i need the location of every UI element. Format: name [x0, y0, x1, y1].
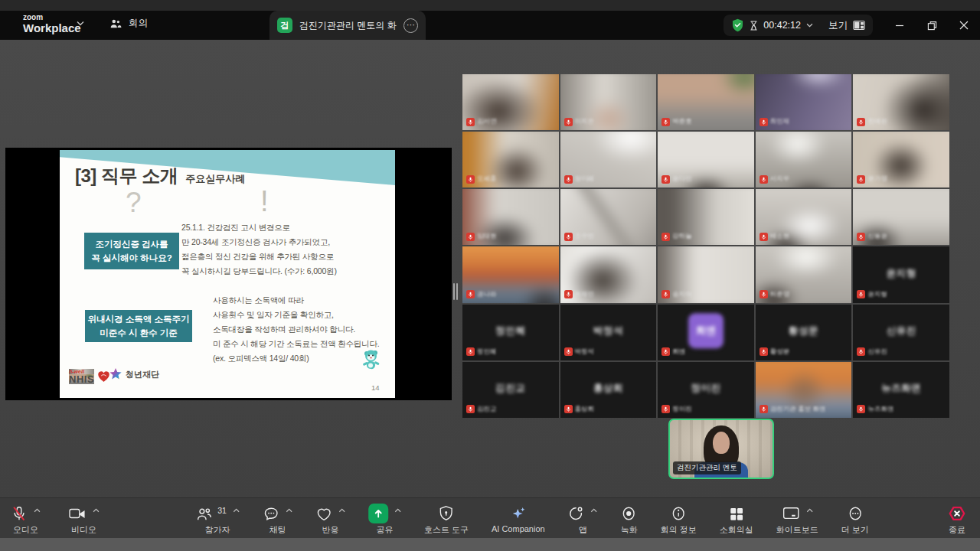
view-label: 보기 — [828, 19, 848, 32]
participant-tile[interactable]: 홍상희 홍상희 — [560, 362, 657, 418]
meeting-content-area: [3] 직무 소개 주요실무사례 ? ! 조기정신증 검사를 꼭 실시해야 하나… — [0, 40, 980, 497]
mic-muted-icon — [760, 405, 768, 413]
participant-tile[interactable]: 장미래 — [560, 132, 657, 187]
participant-tile[interactable]: 권나라 — [462, 246, 559, 302]
participant-tile[interactable]: 검진기관 홍보 화면 — [756, 362, 852, 418]
slide-subtitle: 주요실무사례 — [185, 172, 245, 186]
more-button[interactable]: 더 보기 — [841, 498, 869, 536]
timer-chevron-down-icon[interactable] — [806, 23, 813, 28]
participant-tile[interactable]: 이지은 — [560, 74, 657, 130]
exclamation-mark-icon: ! — [260, 185, 269, 218]
participant-tile[interactable]: 오세훈 — [462, 132, 559, 187]
participant-tile[interactable]: 뉴즈화면 뉴즈화면 — [853, 362, 949, 418]
participant-name-badge: 송지아 — [662, 290, 692, 299]
participant-tile[interactable]: 허준영 — [756, 246, 852, 302]
participant-tile[interactable]: 서지우 — [756, 132, 852, 187]
participant-tile[interactable]: 박정석 박정석 — [560, 305, 657, 360]
participant-tile[interactable]: 박준호 — [658, 74, 754, 130]
mic-muted-icon — [760, 347, 768, 356]
record-button[interactable]: 녹화 — [621, 498, 638, 536]
breakout-rooms-button[interactable]: 소회의실 — [720, 498, 753, 536]
apps-button[interactable]: 앱 — [568, 498, 598, 536]
share-screen-button[interactable]: 공유 — [368, 498, 401, 536]
whiteboard-chevron-up-icon[interactable] — [806, 508, 813, 513]
participant-tile[interactable]: 임태현 — [462, 189, 559, 245]
participant-tile[interactable]: 최민재 — [756, 74, 852, 130]
zoom-workplace-logo[interactable]: zoom Workplace — [23, 14, 81, 34]
end-meeting-button[interactable]: 종료 — [948, 498, 966, 536]
participant-name-badge: 박준호 — [662, 117, 692, 126]
video-chevron-up-icon[interactable] — [93, 508, 100, 513]
participant-tile[interactable]: 조수빈 — [560, 189, 657, 245]
participant-tile[interactable]: 윤지형 윤지형 — [853, 246, 949, 302]
slide-callout-1: 조기정신증 검사를 꼭 실시해야 하나요? — [84, 233, 179, 269]
brand-workplace: Workplace — [23, 22, 81, 34]
participant-tile[interactable]: 희엔 희엔 — [658, 305, 754, 360]
chat-button[interactable]: 채팅 — [263, 498, 292, 536]
participant-tile[interactable]: 신동윤 — [853, 189, 949, 245]
participant-tile[interactable]: 문가영 — [853, 132, 949, 187]
tab-shared-screen[interactable]: 검 검진기관관리 멘토의 화면 ⋯ — [270, 11, 426, 40]
participant-name-badge: 김진교 — [466, 405, 497, 414]
view-button[interactable]: 보기 — [828, 19, 865, 32]
participant-display-name: 정이진 — [658, 383, 754, 396]
zoom-titlebar: zoom Workplace 회의 검 검진기관관리 멘토의 화면 ⋯ — [0, 11, 980, 40]
meeting-info-button[interactable]: 회의 정보 — [661, 498, 697, 536]
tab-meetings[interactable]: 회의 — [109, 17, 148, 30]
participants-chevron-up-icon[interactable] — [233, 508, 240, 513]
participant-tile[interactable]: 배소현 — [756, 189, 852, 245]
participant-tile[interactable]: 한예린 — [853, 74, 949, 130]
star-logo-icon — [109, 367, 122, 381]
reactions-button[interactable]: 반응 — [315, 498, 345, 536]
selfview-tile[interactable]: 검진기관관리 멘토 — [668, 419, 774, 479]
participant-tile[interactable]: 강하늘 — [658, 189, 754, 245]
mic-muted-icon — [760, 233, 768, 241]
share-chevron-up-icon[interactable] — [394, 508, 401, 513]
participant-display-name: 정인혜 — [462, 324, 559, 337]
mic-muted-icon — [466, 233, 475, 241]
tab-title: 검진기관관리 멘토의 화면 — [299, 19, 397, 32]
participant-tile[interactable]: 김진교 김진교 — [462, 362, 559, 418]
participant-display-name: 김진교 — [462, 383, 559, 396]
video-button[interactable]: 비디오 — [68, 498, 100, 536]
meeting-toolbar: 오디오 비디오 31 참가자 — [0, 497, 980, 538]
participants-button[interactable]: 31 참가자 — [195, 498, 240, 536]
mic-muted-icon — [857, 118, 865, 126]
participant-name-badge: 서지우 — [760, 174, 790, 184]
whiteboard-button[interactable]: 화이트보드 — [776, 498, 818, 536]
apps-chevron-up-icon[interactable] — [591, 508, 598, 513]
chat-chevron-up-icon[interactable] — [286, 508, 292, 513]
window-close-button[interactable] — [948, 11, 980, 40]
window-restore-button[interactable] — [916, 11, 948, 40]
reactions-chevron-up-icon[interactable] — [338, 508, 345, 513]
panel-resize-handle[interactable] — [452, 282, 459, 302]
participant-tile[interactable]: 신유진 신유진 — [853, 305, 949, 360]
tab-more-icon[interactable]: ⋯ — [403, 18, 418, 33]
participant-tile[interactable]: 윤다인 — [658, 132, 754, 187]
participant-tile[interactable]: 김서연 — [462, 74, 559, 130]
ai-companion-button[interactable]: AI Companion — [492, 498, 545, 533]
desktop-strip — [0, 0, 980, 11]
gallery-view-icon — [853, 20, 865, 31]
host-tools-button[interactable]: 호스트 도구 — [424, 498, 469, 536]
mic-muted-icon — [466, 175, 475, 184]
participant-tile[interactable]: 정인혜 정인혜 — [462, 305, 559, 360]
audio-chevron-up-icon[interactable] — [34, 508, 41, 513]
mic-muted-icon — [662, 118, 670, 126]
mic-muted-icon — [857, 290, 865, 298]
participant-tile[interactable]: 정이진 정이진 — [658, 362, 754, 418]
mic-muted-icon — [857, 347, 865, 356]
window-minimize-button[interactable] — [884, 11, 916, 40]
participant-tile[interactable]: 황성문 황성문 — [756, 305, 852, 360]
participant-tile[interactable]: 유재민 — [560, 246, 657, 302]
participant-name-badge: 홍상희 — [564, 405, 595, 414]
participant-display-name: 박정석 — [560, 324, 657, 337]
participant-display-name: 신유진 — [853, 324, 949, 337]
audio-button[interactable]: 오디오 — [11, 498, 41, 536]
mic-muted-icon — [662, 405, 670, 413]
brand-chevron-down-icon[interactable] — [77, 21, 84, 26]
participant-name-badge: 이지은 — [564, 117, 595, 126]
participant-tile[interactable]: 송지아 — [658, 246, 754, 302]
participant-name-badge: 유재민 — [564, 290, 595, 299]
shared-screen-region: [3] 직무 소개 주요실무사례 ? ! 조기정신증 검사를 꼭 실시해야 하나… — [5, 148, 452, 400]
